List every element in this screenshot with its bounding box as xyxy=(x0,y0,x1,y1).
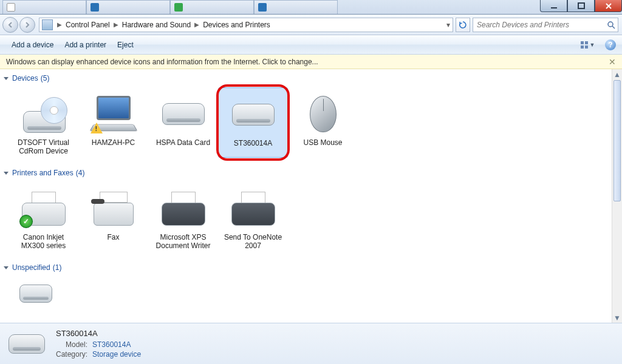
section-header-unspecified[interactable]: Unspecified (1) xyxy=(0,258,622,273)
device-item[interactable]: HAMZAH-PC xyxy=(78,87,148,158)
info-bar[interactable]: Windows can display enhanced device icon… xyxy=(0,55,622,69)
browser-tab[interactable] xyxy=(170,0,254,14)
svg-line-3 xyxy=(612,26,615,29)
info-bar-close[interactable]: ✕ xyxy=(609,57,616,67)
breadcrumb[interactable]: Control Panel xyxy=(64,21,112,29)
section-title: Devices xyxy=(12,74,38,83)
control-panel-icon xyxy=(42,19,53,30)
section-count: 5 xyxy=(43,74,47,83)
scroll-down-icon[interactable]: ▼ xyxy=(612,312,622,323)
breadcrumb[interactable]: Devices and Printers xyxy=(201,21,272,29)
unspecified-grid xyxy=(0,273,622,317)
device-item[interactable]: HSPA Data Card xyxy=(148,87,218,158)
scroll-up-icon[interactable]: ▲ xyxy=(612,69,622,79)
address-bar: ▶ Control Panel ▶ Hardware and Sound ▶ D… xyxy=(0,15,622,35)
browser-tab[interactable] xyxy=(86,0,170,14)
browser-tabs xyxy=(2,0,338,14)
printer-icon xyxy=(231,192,275,226)
search-icon[interactable] xyxy=(604,21,618,29)
printer-item[interactable]: ✓ Canon Inkjet MX300 series xyxy=(9,182,78,252)
details-category-key: Category: xyxy=(56,350,87,359)
search-box[interactable] xyxy=(473,18,618,32)
section-count: 4 xyxy=(78,169,83,177)
printer-label: Fax xyxy=(81,233,146,241)
collapse-icon xyxy=(4,266,9,269)
minimize-button[interactable] xyxy=(540,0,567,12)
close-button[interactable] xyxy=(595,0,622,12)
svg-point-2 xyxy=(608,22,613,27)
info-bar-text: Windows can display enhanced device icon… xyxy=(6,58,318,66)
breadcrumb-dropdown[interactable]: ▾ xyxy=(444,21,453,29)
details-title: ST360014A xyxy=(56,329,141,338)
mouse-icon xyxy=(310,96,337,132)
browser-tab[interactable] xyxy=(254,0,338,14)
svg-rect-6 xyxy=(581,46,584,49)
device-item-selected[interactable]: ST360014A xyxy=(218,87,288,158)
forward-button[interactable] xyxy=(19,17,35,33)
section-title: Unspecified xyxy=(12,263,50,272)
collapse-icon xyxy=(4,172,9,175)
printer-item[interactable]: Send To OneNote 2007 xyxy=(218,182,288,252)
eject-button[interactable]: Eject xyxy=(112,35,139,55)
svg-rect-5 xyxy=(585,41,588,44)
add-printer-button[interactable]: Add a printer xyxy=(59,35,112,55)
view-mode-button[interactable]: ▼ xyxy=(576,38,599,52)
device-label: HSPA Data Card xyxy=(151,138,216,147)
refresh-button[interactable] xyxy=(456,18,470,32)
laptop-icon xyxy=(92,96,135,132)
section-header-devices[interactable]: Devices (5) xyxy=(0,69,622,84)
printer-label: Send To OneNote 2007 xyxy=(220,233,285,250)
printer-item[interactable]: Fax xyxy=(78,182,148,252)
device-item[interactable]: DTSOFT Virtual CdRom Device xyxy=(9,87,78,158)
printer-label: Microsoft XPS Document Writer xyxy=(151,233,216,250)
drive-icon xyxy=(19,285,52,303)
add-device-button[interactable]: Add a device xyxy=(6,35,59,55)
window-titlebar xyxy=(0,0,622,15)
collapse-icon xyxy=(4,77,9,80)
warning-icon xyxy=(91,123,103,133)
details-device-icon xyxy=(7,329,46,359)
printer-item[interactable]: Microsoft XPS Document Writer xyxy=(148,182,218,252)
cd-icon xyxy=(41,97,67,124)
details-pane: ST360014A Model: ST360014A Category: Sto… xyxy=(0,323,622,364)
window-buttons xyxy=(540,0,622,12)
browser-tab[interactable] xyxy=(2,0,86,14)
svg-rect-4 xyxy=(581,41,584,44)
drive-icon xyxy=(162,103,205,125)
svg-rect-7 xyxy=(585,46,588,49)
printer-label: Canon Inkjet MX300 series xyxy=(11,233,76,250)
svg-rect-0 xyxy=(551,7,557,8)
section-count: 1 xyxy=(55,263,60,272)
section-title: Printers and Faxes xyxy=(12,169,73,177)
tab-favicon xyxy=(7,3,15,12)
tab-favicon xyxy=(258,3,267,12)
device-item[interactable] xyxy=(9,277,63,311)
device-item[interactable]: USB Mouse xyxy=(288,87,358,158)
scroll-thumb[interactable] xyxy=(613,80,621,201)
device-label: DTSOFT Virtual CdRom Device xyxy=(11,138,76,155)
chevron-right-icon: ▶ xyxy=(194,21,199,28)
details-model-value: ST360014A xyxy=(92,340,141,349)
content-area: Devices (5) DTSOFT Virtual CdRom Device … xyxy=(0,69,622,323)
help-button[interactable]: ? xyxy=(605,39,616,50)
maximize-button[interactable] xyxy=(567,0,595,12)
printers-grid: ✓ Canon Inkjet MX300 series Fax Microsof… xyxy=(0,178,622,258)
device-label: ST360014A xyxy=(221,139,285,147)
back-button[interactable] xyxy=(2,17,18,33)
search-input[interactable] xyxy=(473,21,604,29)
chevron-right-icon: ▶ xyxy=(114,21,118,28)
fax-icon xyxy=(94,192,134,226)
breadcrumb[interactable]: Hardware and Sound xyxy=(120,21,193,29)
drive-icon xyxy=(232,104,275,126)
details-category-value: Storage device xyxy=(92,350,141,359)
device-label: USB Mouse xyxy=(290,138,355,147)
printer-icon xyxy=(162,192,205,226)
section-header-printers[interactable]: Printers and Faxes (4) xyxy=(0,164,622,178)
device-label: HAMZAH-PC xyxy=(81,138,146,147)
vertical-scrollbar[interactable]: ▲ ▼ xyxy=(612,69,622,323)
breadcrumb-bar[interactable]: ▶ Control Panel ▶ Hardware and Sound ▶ D… xyxy=(39,18,453,32)
tab-favicon xyxy=(91,3,99,12)
printer-icon: ✓ xyxy=(22,192,66,226)
svg-rect-1 xyxy=(578,3,584,8)
details-model-key: Model: xyxy=(56,340,87,349)
